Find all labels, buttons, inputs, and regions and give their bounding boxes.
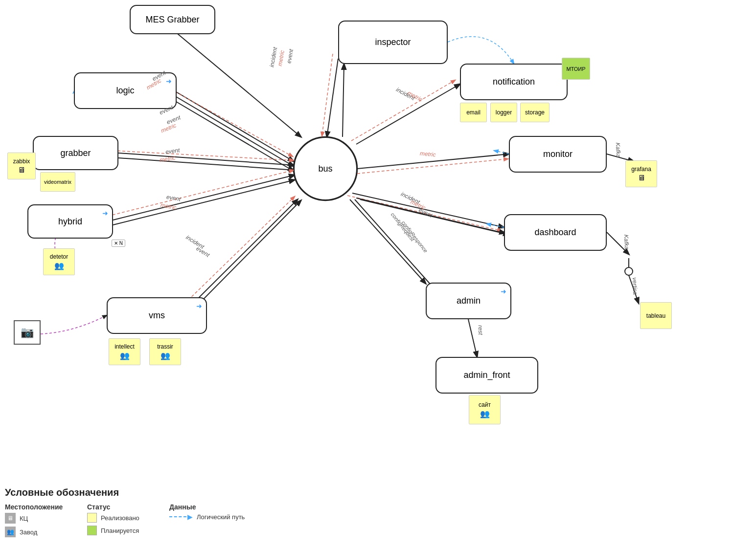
sticky-trassir: trassir 👥 [149,338,181,365]
node-monitor[interactable]: monitor [509,136,607,173]
legend-data-col: Данные ▶ Логический путь [169,503,248,540]
svg-line-4 [166,87,293,156]
legend-logic-label: Логический путь [197,513,245,521]
label-metric-notif: metric [407,89,424,103]
svg-line-21 [357,159,508,174]
trassir-icon: 👥 [160,351,170,360]
node-admin[interactable]: admin ➜ [426,283,511,319]
legend-zavod-label: Завод [20,528,37,536]
diagram-container: inspector MES Grabber logic ➜ grabber hy… [0,0,756,440]
realized-icon [87,513,97,523]
node-bus[interactable]: bus [294,137,357,200]
svg-line-1 [174,90,294,161]
label-event-hybrid: event [166,194,181,203]
svg-line-10 [108,170,294,216]
label-vertica: vertica [631,277,639,295]
sticky-camera: 📷 [14,320,41,345]
legend-data-title: Данные [169,503,248,511]
legend-grid: Местоположение 🖥 КЦ 👥 Завод Статус Реали… [5,503,240,540]
grafana-icon: 🖥 [638,174,645,182]
label-rest: rest [477,325,484,335]
logic-arrow-icon: ➜ [166,77,172,85]
node-notification[interactable]: notification [460,64,568,100]
xn-badge: ✕ N [112,240,125,247]
node-dashboard[interactable]: dashboard [504,214,607,251]
hybrid-arrow-icon: ➜ [102,209,108,217]
legend-location-title: Местоположение [5,503,83,511]
svg-line-15 [327,59,338,137]
node-vms[interactable]: vms ➜ [107,297,207,334]
label-configresp: configResponce [400,220,429,254]
legend-item-logic-path: ▶ Логический путь [169,513,248,521]
label-metric-hybrid: metric [160,201,177,211]
label-event-grabber: event [165,147,180,155]
sticky-zabbix: zabbix 🖥 [7,153,36,179]
legend-section: Условные обозначения Местоположение 🖥 КЦ… [5,487,240,540]
intellect-icon: 👥 [120,351,130,360]
svg-point-31 [625,267,633,275]
sticky-videomatrix: videomatrix [40,172,75,192]
node-grabber[interactable]: grabber [33,136,118,170]
svg-line-6 [118,158,295,170]
svg-line-16 [343,64,344,137]
legend-kc-label: КЦ [20,515,28,522]
planned-icon [87,526,97,535]
label-kafka-dashboard: Kafka [623,234,630,249]
svg-line-17 [322,54,333,136]
label-event-inspector: event [285,48,295,64]
svg-line-25 [360,199,509,235]
sticky-grafana: grafana 🖥 [625,160,657,187]
sticky-mtoip: МТОИР [562,58,590,80]
legend-realized-label: Реализовано [101,514,139,522]
svg-line-8 [113,175,295,220]
label-metric-monitor: metric [419,150,436,158]
node-admin-front[interactable]: admin_front [435,357,538,394]
svg-line-14 [172,29,301,137]
legend-status-col: Статус Реализовано Планируется [87,503,165,540]
sticky-tableau: tableau [640,302,672,329]
logic-path-icon: ▶ [169,513,193,521]
legend-item-realized: Реализовано [87,513,165,523]
connections-svg [0,0,756,440]
sticky-detetor: detetor 👥 [43,248,75,275]
legend-planned-label: Планируется [101,527,139,534]
legend-title: Условные обозначения [5,487,240,498]
legend-item-zavod: 👥 Завод [5,527,83,537]
svg-line-5 [118,153,295,165]
sticky-storage: storage [520,103,550,122]
label-event-dash: event [417,206,434,219]
svg-line-7 [113,151,294,160]
admin-arrow-icon: ➜ [501,287,506,295]
legend-item-kc: 🖥 КЦ [5,513,83,524]
sticky-site: сайт 👥 [469,395,501,424]
legend-item-planned: Планируется [87,526,165,535]
kc-icon: 🖥 [5,513,16,524]
node-hybrid[interactable]: hybrid ➜ [27,204,113,239]
zabbix-icon: 🖥 [18,166,25,175]
zavod-icon: 👥 [5,527,16,537]
label-metric-grabber: metric [159,154,176,163]
label-kafka-monitor: Kafka [615,142,622,157]
detetor-icon: 👥 [54,261,64,270]
legend-status-title: Статус [87,503,165,511]
sticky-email: email [460,103,487,122]
svg-line-9 [113,180,295,225]
label-metric-logic3: metric [160,122,178,134]
svg-line-3 [174,100,294,171]
site-icon: 👥 [480,409,490,418]
vms-arrow-icon: ➜ [196,302,202,310]
sticky-intellect: intellect 👥 [109,338,140,365]
node-mes-grabber[interactable]: MES Grabber [130,5,215,34]
svg-line-28 [468,319,477,357]
svg-line-2 [174,95,294,166]
legend-location-col: Местоположение 🖥 КЦ 👥 Завод [5,503,83,540]
sticky-logger: logger [490,103,517,122]
node-inspector[interactable]: inspector [338,21,448,64]
